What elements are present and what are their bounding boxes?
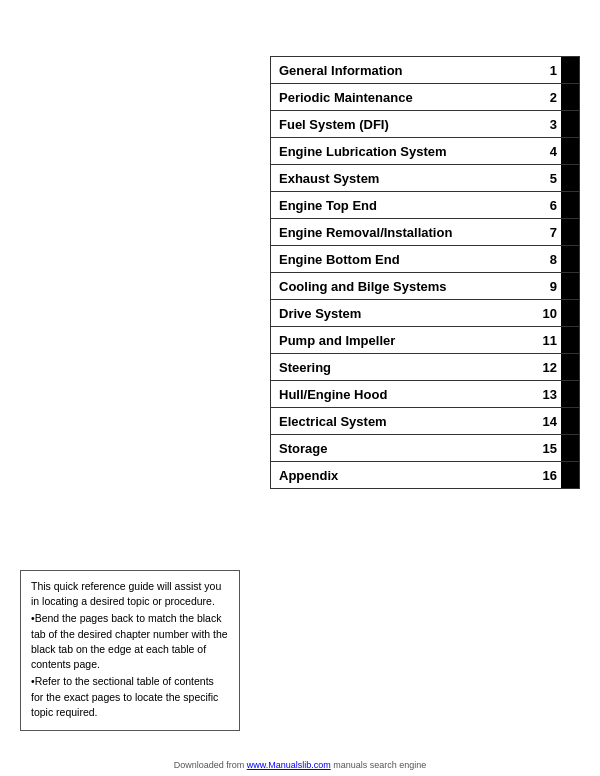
toc-tab — [561, 381, 579, 407]
footer-suffix: manuals search engine — [331, 760, 427, 770]
toc-label: Appendix — [271, 463, 533, 488]
toc-row[interactable]: Engine Removal/Installation7 — [270, 218, 580, 245]
toc-tab — [561, 435, 579, 461]
toc-tab — [561, 327, 579, 353]
toc-row[interactable]: Drive System10 — [270, 299, 580, 326]
info-box-text: •Bend the pages back to match the black … — [31, 611, 229, 672]
toc-label: Engine Top End — [271, 193, 533, 218]
toc-row[interactable]: Engine Bottom End8 — [270, 245, 580, 272]
toc-label: Exhaust System — [271, 166, 533, 191]
toc-label: Drive System — [271, 301, 533, 326]
toc-number: 4 — [533, 144, 561, 159]
toc-row[interactable]: Exhaust System5 — [270, 164, 580, 191]
info-box: This quick reference guide will assist y… — [20, 570, 240, 731]
toc-label: Periodic Maintenance — [271, 85, 533, 110]
toc-row[interactable]: Hull/Engine Hood13 — [270, 380, 580, 407]
toc-number: 16 — [533, 468, 561, 483]
info-box-text: •Refer to the sectional table of content… — [31, 674, 229, 720]
toc-number: 14 — [533, 414, 561, 429]
toc-row[interactable]: Electrical System14 — [270, 407, 580, 434]
toc-number: 15 — [533, 441, 561, 456]
toc-number: 10 — [533, 306, 561, 321]
footer-prefix: Downloaded from — [174, 760, 247, 770]
toc-row[interactable]: Engine Top End6 — [270, 191, 580, 218]
toc-row[interactable]: Appendix16 — [270, 461, 580, 489]
toc-number: 2 — [533, 90, 561, 105]
toc-number: 8 — [533, 252, 561, 267]
toc-label: Fuel System (DFI) — [271, 112, 533, 137]
toc-row[interactable]: Pump and Impeller11 — [270, 326, 580, 353]
page-title — [0, 0, 600, 56]
toc-tab — [561, 138, 579, 164]
toc-tab — [561, 219, 579, 245]
toc-tab — [561, 462, 579, 488]
toc-number: 9 — [533, 279, 561, 294]
toc-label: Engine Bottom End — [271, 247, 533, 272]
toc-label: Steering — [271, 355, 533, 380]
toc-row[interactable]: Cooling and Bilge Systems9 — [270, 272, 580, 299]
toc-number: 6 — [533, 198, 561, 213]
toc-tab — [561, 300, 579, 326]
toc-number: 5 — [533, 171, 561, 186]
toc-label: Cooling and Bilge Systems — [271, 274, 533, 299]
toc-tab — [561, 111, 579, 137]
toc-number: 7 — [533, 225, 561, 240]
toc-number: 13 — [533, 387, 561, 402]
toc-tab — [561, 408, 579, 434]
toc-label: Electrical System — [271, 409, 533, 434]
toc-number: 11 — [533, 333, 561, 348]
toc-row[interactable]: Fuel System (DFI)3 — [270, 110, 580, 137]
toc-tab — [561, 165, 579, 191]
toc-container: General Information1Periodic Maintenance… — [270, 56, 580, 489]
toc-tab — [561, 192, 579, 218]
toc-tab — [561, 246, 579, 272]
toc-number: 1 — [533, 63, 561, 78]
toc-number: 12 — [533, 360, 561, 375]
toc-label: Hull/Engine Hood — [271, 382, 533, 407]
toc-tab — [561, 57, 579, 83]
toc-row[interactable]: Storage15 — [270, 434, 580, 461]
footer: Downloaded from www.Manualslib.com manua… — [0, 760, 600, 770]
toc-row[interactable]: Engine Lubrication System4 — [270, 137, 580, 164]
toc-tab — [561, 354, 579, 380]
footer-link[interactable]: www.Manualslib.com — [247, 760, 331, 770]
toc-row[interactable]: Steering12 — [270, 353, 580, 380]
toc-label: Engine Lubrication System — [271, 139, 533, 164]
toc-label: Engine Removal/Installation — [271, 220, 533, 245]
toc-tab — [561, 84, 579, 110]
toc-label: Storage — [271, 436, 533, 461]
toc-number: 3 — [533, 117, 561, 132]
toc-tab — [561, 273, 579, 299]
toc-row[interactable]: General Information1 — [270, 56, 580, 83]
toc-label: General Information — [271, 58, 533, 83]
info-box-text: This quick reference guide will assist y… — [31, 579, 229, 609]
toc-row[interactable]: Periodic Maintenance2 — [270, 83, 580, 110]
toc-label: Pump and Impeller — [271, 328, 533, 353]
